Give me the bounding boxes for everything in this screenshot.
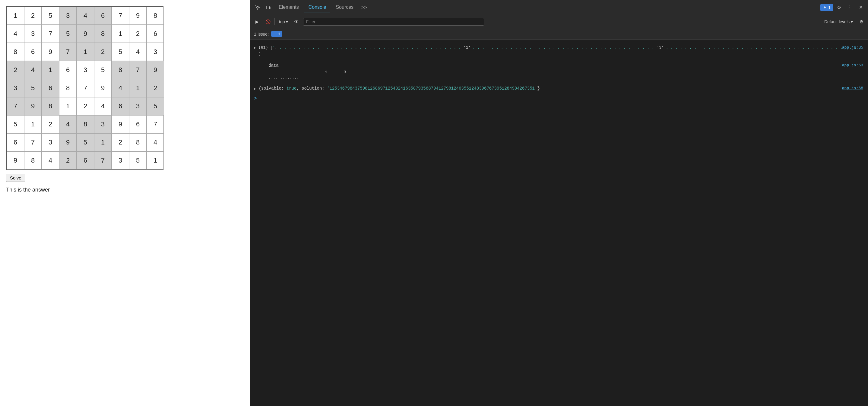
- device-toolbar-icon[interactable]: [264, 3, 273, 12]
- sudoku-cell: 8: [129, 133, 147, 151]
- data-label: data: [269, 62, 864, 69]
- top-context-dropdown[interactable]: top ▾: [277, 18, 290, 25]
- sudoku-cell: 4: [94, 97, 112, 115]
- select-element-icon[interactable]: [253, 3, 262, 12]
- sudoku-cell: 5: [147, 97, 164, 115]
- sudoku-cell: 6: [147, 25, 164, 43]
- eye-icon[interactable]: 👁: [292, 18, 301, 26]
- tab-sources[interactable]: Sources: [332, 3, 358, 12]
- sudoku-cell: 9: [94, 79, 112, 97]
- svg-rect-0: [266, 6, 269, 9]
- levels-label: Default levels: [824, 19, 849, 24]
- console-prompt: >: [250, 94, 868, 103]
- sudoku-cell: 7: [42, 25, 59, 43]
- sudoku-cell: 8: [112, 61, 129, 79]
- expand-arrow-array[interactable]: ▶: [254, 44, 256, 51]
- sudoku-cell: 4: [147, 133, 164, 151]
- prompt-chevron-icon[interactable]: >: [254, 96, 257, 101]
- sudoku-cell: 7: [129, 61, 147, 79]
- sudoku-cell: 9: [112, 115, 129, 133]
- sudoku-cell: 9: [76, 25, 94, 43]
- sudoku-grid: 1253467984375981268697125432416358793568…: [6, 6, 163, 170]
- sudoku-cell: 2: [42, 115, 59, 133]
- file-ref-array[interactable]: app.js:35: [842, 44, 863, 51]
- sudoku-cell: 3: [7, 79, 24, 97]
- sudoku-cell: 7: [76, 79, 94, 97]
- sudoku-cell: 9: [7, 151, 24, 169]
- sudoku-cell: 5: [112, 43, 129, 61]
- sudoku-cell: 4: [7, 25, 24, 43]
- sudoku-cell: 8: [24, 151, 42, 169]
- sudoku-cell: 5: [24, 79, 42, 97]
- devtools-topbar: Elements Console Sources >> ⚑ 1 ⚙ ⋮ ✕: [250, 0, 868, 15]
- data-dots-2: .............: [250, 75, 868, 81]
- issue-badge[interactable]: 1: [271, 31, 282, 37]
- devtools-panel: Elements Console Sources >> ⚑ 1 ⚙ ⋮ ✕ ▶ …: [250, 0, 868, 406]
- top-right-controls: ⚑ 1 ⚙ ⋮ ✕: [820, 3, 866, 12]
- tab-elements[interactable]: Elements: [275, 3, 303, 12]
- tab-more[interactable]: >>: [359, 3, 369, 12]
- sudoku-cell: 5: [42, 7, 59, 25]
- sudoku-cell: 1: [94, 133, 112, 151]
- settings-icon[interactable]: ⚙: [834, 3, 844, 12]
- sudoku-cell: 4: [76, 7, 94, 25]
- sudoku-cell: 5: [7, 115, 24, 133]
- sudoku-cell: 6: [42, 79, 59, 97]
- sudoku-cell: 5: [76, 133, 94, 151]
- toolbar-settings-icon[interactable]: ⚙: [857, 18, 866, 26]
- sudoku-cell: 3: [129, 97, 147, 115]
- sudoku-cell: 3: [59, 7, 76, 25]
- close-icon[interactable]: ✕: [856, 3, 866, 12]
- sudoku-cell: 8: [59, 79, 76, 97]
- sudoku-cell: 2: [24, 7, 42, 25]
- array-text: (81) [', , , , , , , , , , , , , , , , ,…: [258, 44, 864, 57]
- sudoku-cell: 5: [94, 61, 112, 79]
- sudoku-cell: 8: [94, 25, 112, 43]
- sudoku-cell: 1: [147, 151, 164, 169]
- clear-console-icon[interactable]: 🚫: [264, 18, 272, 26]
- filter-input[interactable]: [303, 18, 484, 26]
- sudoku-cell: 6: [94, 7, 112, 25]
- sudoku-cell: 2: [112, 133, 129, 151]
- sudoku-cell: 2: [7, 61, 24, 79]
- top-context-label: top: [279, 19, 285, 24]
- levels-dropdown[interactable]: Default levels ▾: [823, 18, 855, 25]
- sudoku-cell: 3: [42, 133, 59, 151]
- more-options-icon[interactable]: ⋮: [845, 3, 855, 12]
- sudoku-cell: 2: [94, 43, 112, 61]
- console-entry-array: ▶ (81) [', , , , , , , , , , , , , , , ,…: [250, 42, 868, 60]
- sudoku-cell: 6: [59, 61, 76, 79]
- left-panel: 1253467984375981268697125432416358793568…: [0, 0, 250, 406]
- sudoku-cell: 4: [24, 61, 42, 79]
- object-line: ▶ {solvable: true, solution: '1253467984…: [250, 85, 868, 92]
- sudoku-cell: 1: [129, 79, 147, 97]
- sudoku-cell: 9: [147, 61, 164, 79]
- sudoku-cell: 1: [42, 61, 59, 79]
- file-ref-data[interactable]: app.js:53: [842, 62, 863, 68]
- sudoku-cell: 7: [7, 97, 24, 115]
- sudoku-cell: 8: [147, 7, 164, 25]
- sudoku-cell: 3: [147, 43, 164, 61]
- top-context-chevron: ▾: [286, 19, 288, 24]
- sudoku-cell: 7: [94, 151, 112, 169]
- object-text: {solvable: true, solution: '125346798437…: [258, 86, 864, 91]
- sudoku-cell: 7: [112, 7, 129, 25]
- execute-icon[interactable]: ▶: [253, 18, 261, 26]
- solve-button[interactable]: Solve: [6, 174, 25, 182]
- badge-button[interactable]: ⚑ 1: [820, 4, 833, 11]
- sudoku-cell: 1: [76, 43, 94, 61]
- expand-arrow-object[interactable]: ▶: [254, 86, 256, 91]
- file-ref-object[interactable]: app.js:68: [842, 86, 863, 91]
- sudoku-cell: 1: [112, 25, 129, 43]
- sudoku-cell: 6: [76, 151, 94, 169]
- sudoku-cell: 8: [42, 97, 59, 115]
- sudoku-cell: 7: [59, 43, 76, 61]
- sudoku-cell: 5: [129, 151, 147, 169]
- issue-bar: 1 Issue: 1: [250, 28, 868, 40]
- svg-rect-1: [270, 7, 271, 9]
- badge-count: 1: [828, 5, 831, 10]
- tab-console[interactable]: Console: [304, 3, 331, 12]
- sudoku-cell: 7: [147, 115, 164, 133]
- sudoku-cell: 4: [112, 79, 129, 97]
- svg-text:⚑: ⚑: [824, 6, 826, 9]
